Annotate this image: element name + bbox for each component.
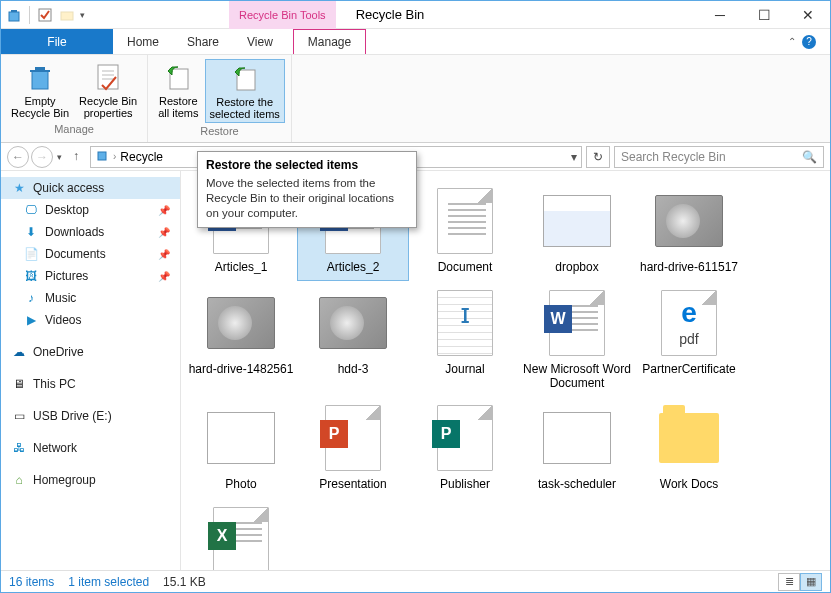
title-bar: ▾ Recycle Bin Tools Recycle Bin ─ ☐ ✕ xyxy=(1,1,830,29)
pin-icon: 📌 xyxy=(158,227,170,238)
homegroup-icon: ⌂ xyxy=(11,472,27,488)
tab-home[interactable]: Home xyxy=(113,29,173,54)
file-item[interactable]: hard-drive-1482561 xyxy=(185,281,297,397)
svg-rect-11 xyxy=(170,69,188,89)
details-view-button[interactable]: ≣ xyxy=(778,573,800,591)
ribbon-group-manage: Empty Recycle Bin Recycle Bin properties… xyxy=(1,55,148,142)
divider xyxy=(29,6,30,24)
sidebar-item-desktop[interactable]: 🖵 Desktop 📌 xyxy=(1,199,180,221)
file-item[interactable]: task-scheduler xyxy=(521,396,633,498)
contextual-tab-text: Recycle Bin Tools xyxy=(239,9,326,21)
breadcrumb-sep-icon: › xyxy=(113,151,116,162)
refresh-button[interactable]: ↻ xyxy=(586,146,610,168)
file-thumbnail xyxy=(541,185,613,257)
sidebar-item-downloads[interactable]: ⬇ Downloads 📌 xyxy=(1,221,180,243)
videos-icon: ▶ xyxy=(23,312,39,328)
status-selected: 1 item selected xyxy=(68,575,149,589)
group-label-restore: Restore xyxy=(200,123,239,139)
window-controls: ─ ☐ ✕ xyxy=(698,1,830,29)
maximize-button[interactable]: ☐ xyxy=(742,1,786,29)
file-item[interactable]: W New Microsoft Word Document xyxy=(521,281,633,397)
file-grid[interactable]: W Articles_1W Articles_2 Document dropbo… xyxy=(181,171,830,570)
properties-large-icon xyxy=(92,61,124,93)
search-icon: 🔍 xyxy=(802,150,817,164)
pin-icon: 📌 xyxy=(158,271,170,282)
status-bar: 16 items 1 item selected 15.1 KB ≣ ▦ xyxy=(1,570,830,592)
file-item[interactable]: Photo xyxy=(185,396,297,498)
address-dropdown-icon[interactable]: ▾ xyxy=(571,150,577,164)
back-button[interactable]: ← xyxy=(7,146,29,168)
sidebar-item-music[interactable]: ♪ Music xyxy=(1,287,180,309)
sidebar-homegroup[interactable]: ⌂ Homegroup xyxy=(1,469,180,491)
properties-icon[interactable] xyxy=(36,6,54,24)
qat-dropdown-icon[interactable]: ▾ xyxy=(80,10,85,20)
minimize-button[interactable]: ─ xyxy=(698,1,742,29)
file-item[interactable]: P Publisher xyxy=(409,396,521,498)
cloud-icon: ☁ xyxy=(11,344,27,360)
tab-file[interactable]: File xyxy=(1,29,113,54)
file-item[interactable]: epdf PartnerCertificate xyxy=(633,281,745,397)
history-dropdown-icon[interactable]: ▾ xyxy=(57,152,62,162)
tab-manage[interactable]: Manage xyxy=(293,29,366,54)
ribbon: Empty Recycle Bin Recycle Bin properties… xyxy=(1,55,830,143)
breadcrumb[interactable]: Recycle xyxy=(120,150,163,164)
file-name: hard-drive-1482561 xyxy=(189,363,294,377)
restore-all-icon xyxy=(162,61,194,93)
icons-view-button[interactable]: ▦ xyxy=(800,573,822,591)
file-thumbnail xyxy=(317,287,389,359)
file-name: Work Docs xyxy=(660,478,718,492)
sidebar-item-documents[interactable]: 📄 Documents 📌 xyxy=(1,243,180,265)
ribbon-tabs: File Home Share View Manage ⌃ ? xyxy=(1,29,830,55)
sidebar-usb-drive[interactable]: ▭ USB Drive (E:) xyxy=(1,405,180,427)
sidebar-this-pc[interactable]: 🖥 This PC xyxy=(1,373,180,395)
tab-share[interactable]: Share xyxy=(173,29,233,54)
file-thumbnail: P xyxy=(317,402,389,474)
sidebar-label: This PC xyxy=(33,377,76,391)
file-name: Photo xyxy=(225,478,256,492)
tab-view[interactable]: View xyxy=(233,29,287,54)
close-button[interactable]: ✕ xyxy=(786,1,830,29)
file-name: Articles_2 xyxy=(327,261,380,275)
recycle-bin-icon xyxy=(5,6,23,24)
file-thumbnail xyxy=(205,287,277,359)
svg-rect-1 xyxy=(11,10,17,12)
sidebar-item-videos[interactable]: ▶ Videos xyxy=(1,309,180,331)
empty-recycle-bin-button[interactable]: Empty Recycle Bin xyxy=(7,59,73,121)
file-item[interactable]: Document xyxy=(409,179,521,281)
sidebar-label: Quick access xyxy=(33,181,104,195)
file-item[interactable]: X Worksheet xyxy=(185,498,297,570)
pin-icon: 📌 xyxy=(158,205,170,216)
sidebar-item-label: Pictures xyxy=(45,269,88,283)
file-item[interactable]: P Presentation xyxy=(297,396,409,498)
sidebar-quick-access[interactable]: ★ Quick access xyxy=(1,177,180,199)
file-item[interactable]: dropbox xyxy=(521,179,633,281)
file-thumbnail: P xyxy=(429,402,501,474)
ribbon-collapse-icon[interactable]: ⌃ xyxy=(788,36,796,47)
tooltip: Restore the selected items Move the sele… xyxy=(197,151,417,228)
file-item[interactable]: Work Docs xyxy=(633,396,745,498)
file-name: New Microsoft Word Document xyxy=(523,363,631,391)
file-name: Articles_1 xyxy=(215,261,268,275)
search-input[interactable]: Search Recycle Bin 🔍 xyxy=(614,146,824,168)
recycle-bin-properties-button[interactable]: Recycle Bin properties xyxy=(75,59,141,121)
file-item[interactable]: hard-drive-611517 xyxy=(633,179,745,281)
file-thumbnail xyxy=(541,402,613,474)
sidebar-item-pictures[interactable]: 🖼 Pictures 📌 xyxy=(1,265,180,287)
sidebar-onedrive[interactable]: ☁ OneDrive xyxy=(1,341,180,363)
sidebar-item-label: Downloads xyxy=(45,225,104,239)
file-item[interactable]: hdd-3 xyxy=(297,281,409,397)
network-icon: 🖧 xyxy=(11,440,27,456)
up-button[interactable]: ↑ xyxy=(66,146,86,166)
restore-all-button[interactable]: Restore all items xyxy=(154,59,202,123)
forward-button[interactable]: → xyxy=(31,146,53,168)
svg-rect-0 xyxy=(9,12,19,21)
sidebar-label: Homegroup xyxy=(33,473,96,487)
empty-bin-icon xyxy=(24,61,56,93)
quick-access-toolbar: ▾ xyxy=(1,6,89,24)
restore-selected-button[interactable]: Restore the selected items xyxy=(205,59,285,123)
new-folder-icon[interactable] xyxy=(58,6,76,24)
file-thumbnail: ɪ xyxy=(429,287,501,359)
help-icon[interactable]: ? xyxy=(802,35,816,49)
file-item[interactable]: ɪ Journal xyxy=(409,281,521,397)
sidebar-network[interactable]: 🖧 Network xyxy=(1,437,180,459)
